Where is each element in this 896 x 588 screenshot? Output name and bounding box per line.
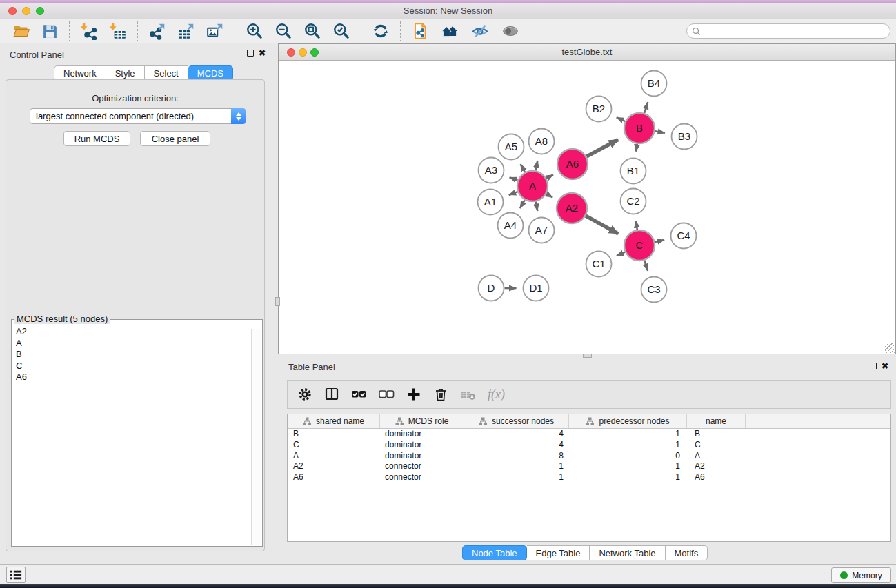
zoom-in-button[interactable] bbox=[240, 20, 269, 42]
graph-edge-B-B1[interactable] bbox=[636, 144, 637, 152]
home-button[interactable] bbox=[435, 20, 465, 42]
column-header-predecessor-nodes[interactable]: predecessor nodes bbox=[569, 414, 687, 428]
cell-shared_name[interactable]: A bbox=[288, 451, 380, 462]
cell-successor_nodes[interactable]: 8 bbox=[464, 451, 569, 462]
hide-glasses-button[interactable] bbox=[465, 20, 495, 42]
show-eye-button[interactable] bbox=[495, 20, 526, 42]
graph-edge-A-A7[interactable] bbox=[536, 202, 538, 212]
graph-edge-A-A5[interactable] bbox=[521, 164, 525, 172]
graph-edge-C-C1[interactable] bbox=[617, 252, 625, 256]
cell-shared_name[interactable]: A2 bbox=[288, 461, 380, 472]
import-network-button[interactable] bbox=[74, 20, 103, 42]
float-panel-icon[interactable] bbox=[247, 50, 254, 57]
search-input[interactable] bbox=[704, 25, 890, 37]
run-mcds-button[interactable]: Run MCDS bbox=[63, 131, 130, 146]
table-tab-network-table[interactable]: Network Table bbox=[590, 545, 665, 560]
mcds-result-item-b[interactable]: B bbox=[16, 349, 248, 361]
table-row-a6[interactable]: A6connector11A6 bbox=[288, 472, 890, 483]
close-table-panel-icon[interactable]: ✖ bbox=[882, 363, 888, 369]
cell-predecessor_nodes[interactable]: 1 bbox=[569, 440, 687, 451]
cell-name[interactable]: C bbox=[687, 440, 746, 451]
network-canvas[interactable]: B4B2BB3A8A5A6B1A3AC2A1A2A4A7C4CC1DD1C3 bbox=[279, 61, 895, 354]
graph-edge-A6-B[interactable] bbox=[586, 140, 618, 157]
table-tab-node-table[interactable]: Node Table bbox=[462, 545, 527, 560]
graph-edge-C-C2[interactable] bbox=[636, 221, 637, 230]
memory-button[interactable]: Memory bbox=[831, 567, 891, 583]
cell-successor_nodes[interactable]: 4 bbox=[464, 429, 569, 440]
tab-style[interactable]: Style bbox=[106, 65, 145, 81]
table-row-a[interactable]: Adominator80A bbox=[288, 451, 890, 462]
vertical-splitter-handle[interactable] bbox=[275, 297, 280, 306]
tab-network[interactable]: Network bbox=[54, 65, 106, 81]
delete-table-button[interactable] bbox=[460, 387, 476, 402]
export-network-button[interactable] bbox=[143, 20, 172, 42]
export-table-button[interactable] bbox=[172, 20, 201, 42]
float-table-panel-icon[interactable] bbox=[870, 363, 877, 369]
save-session-button[interactable] bbox=[36, 20, 64, 42]
table-tab-motifs[interactable]: Motifs bbox=[666, 545, 708, 560]
graph-edge-A-A2[interactable] bbox=[546, 194, 552, 197]
cell-shared_name[interactable]: B bbox=[288, 429, 380, 440]
graph-edge-A-A1[interactable] bbox=[509, 192, 518, 195]
open-session-button[interactable] bbox=[7, 20, 36, 42]
cell-name[interactable]: A2 bbox=[687, 461, 746, 472]
cell-shared_name[interactable]: C bbox=[288, 440, 380, 451]
table-row-c[interactable]: Cdominator41C bbox=[288, 440, 890, 451]
function-builder-button[interactable]: f(x) bbox=[488, 387, 505, 402]
cell-predecessor_nodes[interactable]: 1 bbox=[569, 472, 687, 483]
cell-predecessor_nodes[interactable]: 0 bbox=[569, 451, 687, 462]
mcds-result-item-a[interactable]: A bbox=[16, 338, 248, 349]
column-header-MCDS-role[interactable]: MCDS role bbox=[380, 414, 464, 428]
cell-successor_nodes[interactable]: 4 bbox=[464, 440, 569, 451]
table-row-b[interactable]: Bdominator41B bbox=[288, 429, 890, 440]
cell-mcds_role[interactable]: connector bbox=[380, 461, 464, 472]
cell-successor_nodes[interactable]: 1 bbox=[464, 472, 569, 483]
select-all-columns-button[interactable] bbox=[351, 387, 367, 402]
graph-edge-B-B2[interactable] bbox=[617, 117, 625, 121]
graph-edge-A-A4[interactable] bbox=[520, 200, 525, 208]
graph-edge-A-A8[interactable] bbox=[536, 161, 538, 171]
mcds-result-item-c[interactable]: C bbox=[16, 361, 248, 372]
optimization-criterion-select[interactable]: largest connected component (directed) bbox=[30, 108, 246, 124]
deselect-all-columns-button[interactable] bbox=[379, 387, 395, 402]
graph-edge-B-B3[interactable] bbox=[655, 131, 665, 133]
result-scrollbar[interactable] bbox=[251, 329, 261, 545]
zoom-out-button[interactable] bbox=[269, 20, 298, 42]
cell-predecessor_nodes[interactable]: 1 bbox=[569, 429, 687, 440]
create-column-button[interactable] bbox=[406, 387, 421, 402]
mcds-result-item-a2[interactable]: A2 bbox=[16, 326, 248, 338]
zoom-selected-button[interactable] bbox=[327, 20, 356, 42]
export-image-button[interactable] bbox=[201, 20, 230, 42]
task-history-button[interactable] bbox=[6, 567, 26, 583]
cell-name[interactable]: A bbox=[687, 451, 746, 462]
table-tab-edge-table[interactable]: Edge Table bbox=[527, 545, 590, 560]
column-header-name[interactable]: name bbox=[687, 414, 746, 428]
refresh-layout-button[interactable] bbox=[366, 20, 395, 42]
zoom-fit-button[interactable] bbox=[298, 20, 327, 42]
close-panel-icon[interactable]: ✖ bbox=[259, 50, 266, 57]
graph-edge-B-B4[interactable] bbox=[644, 102, 648, 113]
cell-successor_nodes[interactable]: 1 bbox=[464, 461, 569, 472]
cell-name[interactable]: B bbox=[687, 429, 746, 440]
import-table-button[interactable] bbox=[103, 20, 132, 42]
graph-edge-A2-C[interactable] bbox=[586, 216, 618, 234]
tab-select[interactable]: Select bbox=[145, 65, 188, 81]
cell-shared_name[interactable]: A6 bbox=[288, 472, 380, 483]
graph-edge-C-C3[interactable] bbox=[644, 261, 648, 271]
cell-mcds_role[interactable]: dominator bbox=[380, 451, 464, 462]
cell-mcds_role[interactable]: dominator bbox=[380, 429, 464, 440]
column-header-successor-nodes[interactable]: successor nodes bbox=[464, 414, 569, 428]
graph-edge-A-A6[interactable] bbox=[546, 174, 553, 178]
cell-mcds_role[interactable]: connector bbox=[380, 472, 464, 483]
close-panel-button[interactable]: Close panel bbox=[140, 131, 210, 146]
graph-edge-A-A3[interactable] bbox=[510, 177, 518, 181]
cell-predecessor_nodes[interactable]: 1 bbox=[569, 461, 687, 472]
tab-mcds[interactable]: MCDS bbox=[188, 65, 233, 81]
resize-grip-icon[interactable] bbox=[885, 343, 895, 353]
table-settings-button[interactable] bbox=[297, 387, 312, 402]
cell-mcds_role[interactable]: dominator bbox=[380, 440, 464, 451]
column-header-shared-name[interactable]: shared name bbox=[288, 414, 380, 428]
table-row-a2[interactable]: A2connector11A2 bbox=[288, 461, 890, 472]
cell-name[interactable]: A6 bbox=[687, 472, 746, 483]
show-column-panel-button[interactable] bbox=[324, 387, 339, 402]
